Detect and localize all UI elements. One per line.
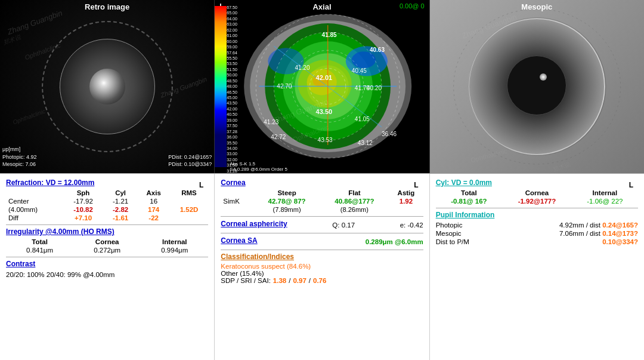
retro-image-panel: Retro image 0.00@ 0 Zhang Guangbin Ophth… xyxy=(0,0,215,173)
irr-internal: 0.994μm xyxy=(141,246,208,254)
separator-6 xyxy=(436,208,638,208)
irr-cornea: 0.272μm xyxy=(73,246,141,254)
middle-data-panel: L Cornea Steep Flat Astig SimK xyxy=(215,174,429,360)
row4mm-axis: 174 xyxy=(138,205,170,214)
other-value: Other (15.4%) xyxy=(221,270,423,277)
mesopic-image-panel: L Mesopic 0.06@ 0 Zhang Guangbin xyxy=(430,0,644,173)
sai-value: 0.76 xyxy=(313,277,326,284)
cornea-col-empty xyxy=(221,189,253,197)
retro-label-2: Photopic: 4.92 xyxy=(2,153,37,161)
refraction-row-center: Center -17.92 -1.21 16 xyxy=(6,197,208,205)
center-cyl: -1.21 xyxy=(103,197,137,205)
diff-label: Diff xyxy=(6,214,63,222)
cyl-values-row: -0.81@ 16? -1.92@177? -1.06@ 22? xyxy=(436,197,638,205)
center-rms xyxy=(170,197,209,205)
data-row: L Refraction: VD = 12.00mm Sph Cyl Axis … xyxy=(0,173,644,360)
separator-1 xyxy=(6,224,208,225)
simk-label: SimK xyxy=(221,197,253,205)
svg-text:42.01: 42.01 xyxy=(316,74,333,81)
simk-flat: 40.86@177? xyxy=(320,197,389,205)
refraction-row-4mm: (4.00mm) -10.82 -2.82 174 1.52D xyxy=(6,205,208,214)
irr-col-total: Total xyxy=(6,238,73,246)
cyl-internal: -1.06@ 22? xyxy=(572,197,638,205)
cyl-col-internal: Internal xyxy=(572,189,638,197)
row4mm-cyl: -2.82 xyxy=(103,205,137,214)
left-panel-inner: L Refraction: VD = 12.00mm Sph Cyl Axis … xyxy=(6,179,208,279)
asphericity-title: Corneal asphericity xyxy=(221,220,287,228)
photopic-dist: 0.24@165? xyxy=(602,221,638,229)
cyl-col-total: Total xyxy=(436,189,502,197)
sdp-row: SDP / SRI / SAI: 1.38 / 0.97 / 0.76 xyxy=(221,277,423,284)
sri-value: 0.97 xyxy=(293,277,306,284)
svg-text:42.72: 42.72 xyxy=(271,134,286,140)
cornea-sa-row: Cornea SA 0.289μm @6.0mm xyxy=(221,236,423,247)
photopic-value-text: 4.92mm / dist 0.24@165? xyxy=(559,221,638,229)
col-axis: Axis xyxy=(138,189,170,197)
main-container: Retro image 0.00@ 0 Zhang Guangbin Ophth… xyxy=(0,0,644,360)
mm-empty xyxy=(221,205,253,214)
middle-panel-inner: L Cornea Steep Flat Astig SimK xyxy=(221,179,423,284)
svg-text:42.70: 42.70 xyxy=(277,83,292,90)
axial-colorbar xyxy=(215,6,227,167)
mesopic-svg: Zhang Guangbin Ophthalclinic 郑术说 xyxy=(430,0,644,173)
center-sph: -17.92 xyxy=(63,197,104,205)
mm-empty2 xyxy=(389,205,423,214)
axial-map-overlay: 41.85 40.63 42.01 41.20 40.45 42.70 41.7… xyxy=(228,7,428,166)
mesopic-dist: 0.14@173? xyxy=(602,230,638,237)
sdp-value: 1.38 xyxy=(273,277,286,284)
cornea-sa-value: 0.289μm @6.0mm xyxy=(366,238,423,245)
separator-3 xyxy=(221,216,423,217)
asphericity-e: e: -0.42 xyxy=(400,221,423,229)
diff-rms xyxy=(170,214,209,222)
pupil-title: Pupil Information xyxy=(436,211,638,219)
retro-label-3: Mesopic: 7.06 xyxy=(2,161,37,168)
diff-cyl: -1.61 xyxy=(103,214,137,222)
photopic-row: Photopic 4.92mm / dist 0.24@165? xyxy=(436,221,638,229)
asphericity-row: Corneal asphericity Q: 0.17 e: -0.42 xyxy=(221,219,423,230)
irregularity-table: Total Cornea Internal 0.841μm 0.272μm 0.… xyxy=(6,238,208,254)
retro-title: Retro image xyxy=(85,2,129,11)
svg-text:Ophthalclinic: Ophthalclinic xyxy=(470,147,508,164)
photopic-label: Photopic xyxy=(436,221,463,229)
simk-row: SimK 42.78@ 87? 40.86@177? 1.92 xyxy=(221,197,423,205)
svg-text:43.53: 43.53 xyxy=(318,137,333,143)
cornea-table: Steep Flat Astig SimK 42.78@ 87? 40.86@1… xyxy=(221,189,423,214)
axial-title: Axial xyxy=(312,2,331,11)
mesopic-mm: 7.06mm / dist xyxy=(559,230,600,237)
right-panel-inner: L Cyl: VD = 0.0mm Total Cornea Internal … xyxy=(436,179,638,246)
cornea-title: Cornea xyxy=(221,179,423,187)
contrast-title: Contrast xyxy=(6,260,208,268)
svg-text:41.20: 41.20 xyxy=(295,64,310,71)
separator-5 xyxy=(221,250,423,250)
svg-text:郑术说: 郑术说 xyxy=(552,161,571,173)
center-label: Center xyxy=(6,197,63,205)
row4mm-label: (4.00mm) xyxy=(6,205,63,214)
contrast-value: 20/20: 100% 20/40: 99% @4.00mm xyxy=(6,270,208,279)
svg-point-1 xyxy=(60,39,155,134)
refraction-row-diff: Diff +7.10 -1.61 -22 xyxy=(6,214,208,222)
cornea-col-astig: Astig xyxy=(389,189,423,197)
svg-point-13 xyxy=(352,51,376,68)
asphericity-q: Q: 0.17 xyxy=(332,221,355,229)
retro-pdist2: PDist: 0.10@334? xyxy=(168,161,212,168)
refraction-title: Refraction: VD = 12.00mm xyxy=(6,179,208,187)
axial-image-panel: L Axial 0.00@ 0 67.5065.0064.0063.0062.0… xyxy=(215,0,429,173)
svg-text:40.20: 40.20 xyxy=(367,85,382,91)
mesopic-title: Mesopic xyxy=(521,2,552,11)
irr-total: 0.841μm xyxy=(6,246,73,254)
irregularity-title: Irregularity @4.00mm (HO RMS) xyxy=(6,227,208,236)
row4mm-rms: 1.52D xyxy=(170,205,209,214)
right-data-panel: L Cyl: VD = 0.0mm Total Cornea Internal … xyxy=(430,174,644,360)
cyl-col-cornea: Cornea xyxy=(502,189,572,197)
sdp-label: SDP / SRI / SAI: xyxy=(221,277,271,284)
axial-abs: Abs S-K 1.5 xyxy=(230,161,287,167)
left-panel-label: L xyxy=(199,181,203,189)
row4mm-sph: -10.82 xyxy=(63,205,104,214)
svg-text:Zhang Guangbin: Zhang Guangbin xyxy=(460,13,518,41)
svg-text:40.63: 40.63 xyxy=(370,47,385,53)
photopic-mm: 4.92mm / dist xyxy=(559,221,600,229)
cornea-col-flat: Flat xyxy=(320,189,389,197)
axial-bottom-left: Abs S-K 1.5 SA 0.289 @6.0mm Order 5 xyxy=(230,161,287,172)
svg-point-0 xyxy=(43,22,172,151)
mesopic-pupil-value-text: 7.06mm / dist 0.14@173? xyxy=(559,230,638,237)
